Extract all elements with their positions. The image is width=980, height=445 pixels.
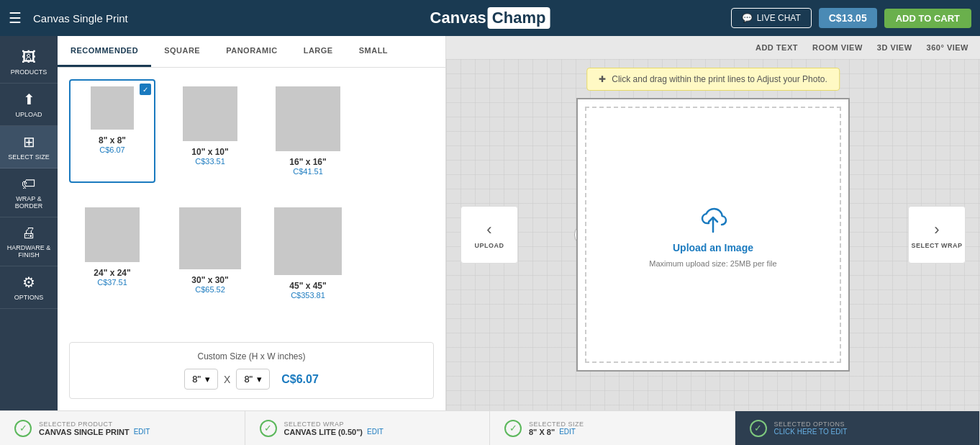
chevron-down-width-icon: ▾: [257, 374, 262, 385]
selected-checkmark: ✓: [140, 84, 151, 95]
size-edit-button[interactable]: EDIT: [559, 428, 576, 436]
products-icon: 🖼: [22, 49, 36, 66]
size-status-label: SELECTED SIZE: [529, 421, 584, 428]
left-panel: RECOMMENDED SQUARE PANORAMIC LARGE SMALL…: [58, 36, 446, 410]
size-tabs: RECOMMENDED SQUARE PANORAMIC LARGE SMALL: [58, 36, 445, 68]
chat-icon: 💬: [742, 13, 753, 23]
live-chat-label: LIVE CHAT: [757, 13, 801, 23]
custom-size-price: C$6.07: [281, 373, 319, 386]
options-check-icon: ✓: [750, 420, 767, 437]
logo-canvas-text: Canvas: [430, 9, 486, 27]
sidebar-item-upload[interactable]: ⬆ UPLOAD: [0, 84, 58, 126]
custom-size-inputs: 8" ▾ X 8" ▾ C$6.07: [81, 369, 422, 390]
add-text-button[interactable]: ADD TEXT: [756, 43, 798, 52]
size-price-45x45: C$353.81: [291, 291, 325, 300]
right-panel: ADD TEXT ROOM VIEW 3D VIEW 360° VIEW ✚ C…: [446, 36, 980, 410]
product-status-label: SELECTED PRODUCT: [39, 421, 150, 428]
sidebar-item-select-size[interactable]: ⊞ SELECT SIZE: [0, 126, 58, 168]
upload-image-area[interactable]: Upload an Image Maximum upload size: 25M…: [649, 202, 776, 268]
wrap-check-icon: ✓: [260, 420, 277, 437]
canvas-workspace: ✚ Click and drag within the print lines …: [446, 59, 980, 410]
select-wrap-arrow-button[interactable]: › SELECT WRAP: [908, 206, 966, 264]
size-item-10x10[interactable]: 10" x 10" C$33.51: [167, 79, 253, 183]
sidebar-label-products: PRODUCTS: [11, 68, 47, 76]
options-edit-button[interactable]: CLICK HERE TO EDIT: [774, 428, 848, 436]
tab-small[interactable]: SMALL: [346, 36, 401, 67]
size-label-10x10: 10" x 10": [191, 147, 228, 157]
product-edit-button[interactable]: EDIT: [134, 428, 150, 436]
size-item-16x16[interactable]: 16" x 16" C$41.51: [265, 79, 351, 183]
page-title: Canvas Single Print: [33, 12, 128, 24]
status-size: ✓ SELECTED SIZE 8" X 8" EDIT: [490, 411, 735, 445]
tab-square[interactable]: SQUARE: [151, 36, 213, 67]
select-size-icon: ⊞: [23, 133, 35, 150]
status-options[interactable]: ✓ SELECTED OPTIONS CLICK HERE TO EDIT: [735, 411, 981, 445]
sidebar-label-upload: UPLOAD: [15, 111, 42, 118]
header: ☰ Canvas Single Print Canvas Champ 💬 LIV…: [0, 0, 980, 36]
upload-link-text: Upload an Image: [673, 242, 753, 253]
sidebar-item-wrap-border[interactable]: 🏷 WRAP & BORDER: [0, 168, 58, 217]
menu-icon[interactable]: ☰: [9, 9, 22, 27]
size-row-2: 24" x 24" C$37.51 30" x 30" C$65.52 45" …: [69, 200, 434, 307]
wrap-value-text: CANVAS LITE (0.50"): [284, 428, 363, 436]
status-product: ✓ SELECTED PRODUCT CANVAS SINGLE PRINT E…: [0, 411, 245, 445]
upload-arrow-button[interactable]: ‹ UPLOAD: [460, 206, 518, 264]
wrap-status-value: CANVAS LITE (0.50") EDIT: [284, 428, 384, 436]
wrap-status-label: SELECTED WRAP: [284, 421, 384, 428]
logo-champ-text: Champ: [488, 7, 550, 29]
size-price-16x16: C$41.51: [293, 167, 323, 176]
tab-large[interactable]: LARGE: [291, 36, 346, 67]
add-to-cart-button[interactable]: ADD TO CART: [884, 9, 971, 28]
custom-width-select[interactable]: 8" ▾: [236, 369, 270, 390]
360-view-button[interactable]: 360° VIEW: [927, 43, 968, 52]
tab-recommended[interactable]: RECOMMENDED: [58, 36, 151, 67]
size-check-icon: ✓: [504, 420, 522, 437]
status-wrap: ✓ SELECTED WRAP CANVAS LITE (0.50") EDIT: [245, 411, 491, 445]
live-chat-button[interactable]: 💬 LIVE CHAT: [731, 8, 812, 28]
size-value-text: 8" X 8": [529, 428, 555, 436]
size-label-30x30: 30" x 30": [191, 275, 228, 285]
custom-height-value: 8": [192, 374, 201, 385]
right-chevron-icon: ›: [934, 220, 939, 239]
main-layout: 🖼 PRODUCTS ⬆ UPLOAD ⊞ SELECT SIZE 🏷 WRAP…: [0, 36, 980, 410]
hardware-finish-icon: 🖨: [22, 225, 36, 241]
custom-width-value: 8": [244, 374, 253, 385]
wrap-status-text: SELECTED WRAP CANVAS LITE (0.50") EDIT: [284, 421, 384, 436]
size-price-30x30: C$65.52: [195, 285, 225, 294]
logo: Canvas Champ: [430, 7, 550, 29]
upload-subtext: Maximum upload size: 25MB per file: [649, 259, 776, 268]
sidebar-item-products[interactable]: 🖼 PRODUCTS: [0, 42, 58, 84]
size-label-16x16: 16" x 16": [289, 157, 326, 167]
room-view-button[interactable]: ROOM VIEW: [812, 43, 863, 52]
3d-view-button[interactable]: 3D VIEW: [877, 43, 912, 52]
sidebar-label-select-size: SELECT SIZE: [8, 153, 49, 161]
size-price-10x10: C$33.51: [195, 157, 225, 166]
tab-panoramic[interactable]: PANORAMIC: [213, 36, 291, 67]
hint-bar: ✚ Click and drag within the print lines …: [586, 68, 840, 91]
size-item-8x8[interactable]: ✓ 8" x 8" C$6.07: [69, 79, 155, 183]
chevron-down-height-icon: ▾: [205, 374, 210, 385]
size-item-45x45[interactable]: 45" x 45" C$353.81: [265, 200, 351, 307]
sidebar-item-hardware-finish[interactable]: 🖨 HARDWARE & FINISH: [0, 217, 58, 266]
price-display: C$13.05: [819, 8, 877, 28]
custom-height-select[interactable]: 8" ▾: [184, 369, 218, 390]
size-item-30x30[interactable]: 30" x 30" C$65.52: [167, 200, 253, 307]
hint-text: Click and drag within the print lines to…: [612, 74, 827, 84]
size-item-24x24[interactable]: 24" x 24" C$37.51: [69, 200, 155, 307]
size-thumb-30x30: [179, 207, 241, 269]
size-label-8x8: 8" x 8": [99, 135, 126, 145]
header-right: 💬 LIVE CHAT C$13.05 ADD TO CART: [731, 8, 971, 28]
size-thumb-8x8: [91, 86, 134, 130]
custom-size-box: Custom Size (H x W inches) 8" ▾ X 8" ▾ C…: [69, 342, 434, 399]
options-status-value: CLICK HERE TO EDIT: [774, 428, 848, 436]
product-value-text: CANVAS SINGLE PRINT: [39, 428, 130, 436]
size-row-1: ✓ 8" x 8" C$6.07 10" x 10" C$33.51 16" x…: [69, 79, 434, 183]
plus-icon: ✚: [599, 74, 606, 84]
sidebar-label-wrap-border: WRAP & BORDER: [3, 195, 55, 210]
status-bar: ✓ SELECTED PRODUCT CANVAS SINGLE PRINT E…: [0, 410, 980, 445]
upload-arrow-label: UPLOAD: [475, 242, 504, 249]
sidebar-item-options[interactable]: ⚙ OPTIONS: [0, 266, 58, 309]
wrap-edit-button[interactable]: EDIT: [367, 428, 384, 436]
options-status-text: SELECTED OPTIONS CLICK HERE TO EDIT: [774, 421, 848, 436]
product-check-icon: ✓: [14, 420, 32, 437]
